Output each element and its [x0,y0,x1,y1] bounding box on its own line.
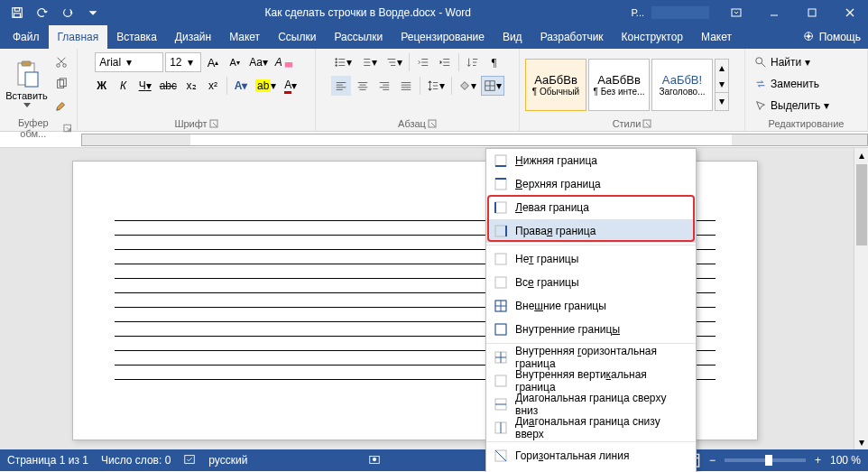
border-option[interactable]: Левая граница [486,196,696,219]
subscript-button[interactable]: x₂ [181,76,201,96]
cut-icon[interactable] [51,52,71,72]
change-case-icon[interactable]: Aa▾ [246,52,271,72]
paragraph-group-label: Абзац [398,118,426,129]
border-option-icon [494,449,508,463]
tab-layout[interactable]: Макет [220,25,269,49]
justify-icon[interactable] [396,76,416,96]
replace-button[interactable]: Заменить [751,74,823,94]
shading-icon[interactable]: ▾ [456,76,479,96]
tab-mailings[interactable]: Рассылки [325,25,392,49]
highlight-color-icon[interactable]: ab▾ [253,76,279,96]
border-option[interactable]: Горизонтальная линия [486,444,696,467]
underline-button[interactable]: Ч▾ [135,76,155,96]
border-option[interactable]: Правая граница [486,219,696,243]
border-option[interactable]: Внешние границы [486,294,696,318]
align-right-icon[interactable] [374,76,394,96]
undo-icon[interactable] [31,1,54,24]
multilevel-icon[interactable]: ▾ [382,52,405,72]
svg-rect-29 [495,254,506,264]
font-size-combo[interactable]: 12▾ [165,52,201,72]
tab-review[interactable]: Рецензирование [392,25,494,49]
tab-view[interactable]: Вид [494,25,531,49]
border-option[interactable]: Нарисовать таблицу [486,467,696,472]
border-option[interactable]: Внутренняя вертикальная граница [486,369,696,393]
status-page[interactable]: Страница 1 из 1 [7,454,88,467]
status-macros-icon[interactable] [368,453,381,468]
title-bar: Как сделать строчки в Ворде.docx - Word … [0,0,868,25]
paste-button[interactable]: Вставить [5,60,48,108]
strike-button[interactable]: abc [157,76,180,96]
ribbon-options-icon[interactable] [718,0,754,25]
border-option[interactable]: Диагональная граница снизу вверх [486,416,696,440]
align-center-icon[interactable] [353,76,373,96]
status-language[interactable]: русский [208,454,247,467]
maximize-icon[interactable] [794,0,830,25]
close-icon[interactable] [832,0,868,25]
status-words[interactable]: Число слов: 0 [101,454,171,467]
status-proofing-icon[interactable] [183,453,196,468]
border-option[interactable]: Все границы [486,271,696,294]
vertical-scrollbar[interactable]: ▴▾ [854,148,868,449]
border-option[interactable]: Диагональная граница сверху вниз [486,393,696,416]
border-option-label: Нижняя граница [515,154,597,167]
svg-rect-43 [185,455,195,463]
tab-insert[interactable]: Вставка [107,25,166,49]
svg-rect-1 [14,8,19,12]
minimize-icon[interactable] [756,0,792,25]
svg-point-11 [57,64,60,68]
borders-button[interactable]: ▾ [481,76,504,96]
bold-button[interactable]: Ж [92,76,112,96]
border-option[interactable]: Нижняя граница [486,149,696,172]
border-option-label: Нет границы [515,253,578,265]
text-effects-icon[interactable]: A▾ [231,76,251,96]
tab-file[interactable]: Файл [4,25,49,49]
increase-indent-icon[interactable] [435,52,455,72]
zoom-slider[interactable] [725,458,806,462]
svg-point-45 [374,458,377,461]
find-button[interactable]: Найти ▾ [751,52,814,72]
border-option[interactable]: Внутренние границы [486,318,696,341]
font-name-combo[interactable]: Arial▾ [95,52,163,72]
zoom-value[interactable]: 100 % [830,454,861,467]
border-option[interactable]: Верхняя граница [486,172,696,196]
tab-home[interactable]: Главная [49,25,108,49]
qat-customize-icon[interactable] [81,1,105,24]
bullets-icon[interactable]: ▾ [331,52,355,72]
tab-table-design[interactable]: Конструктор [613,25,692,49]
tab-references[interactable]: Ссылки [269,25,325,49]
show-marks-icon[interactable]: ¶ [485,52,504,72]
redo-icon[interactable] [56,1,79,24]
clear-formatting-icon[interactable]: A [272,52,298,72]
ruler[interactable] [0,132,868,148]
grow-font-icon[interactable]: A▴ [203,52,223,72]
clipboard-group-label: Буфер обм... [5,117,61,139]
svg-rect-27 [495,202,506,213]
account-hint[interactable]: Р... [626,1,650,24]
account-pill[interactable] [651,6,709,19]
format-painter-icon[interactable] [51,96,71,116]
copy-icon[interactable] [51,74,71,94]
border-option-icon [494,299,508,313]
superscript-button[interactable]: x² [203,76,223,96]
tab-table-layout[interactable]: Макет [692,25,741,49]
border-option[interactable]: Нет границы [486,247,696,271]
tab-design[interactable]: Дизайн [166,25,220,49]
decrease-indent-icon[interactable] [413,52,433,72]
select-button[interactable]: Выделить ▾ [751,96,833,116]
numbering-icon[interactable]: ▾ [356,52,380,72]
svg-point-12 [63,64,67,68]
tab-developer[interactable]: Разработчик [531,25,613,49]
align-left-icon[interactable] [331,76,351,96]
border-option[interactable]: Внутренняя горизонтальная граница [486,346,696,369]
font-color-icon[interactable]: A▾ [281,76,300,96]
tell-me[interactable]: Помощь [796,31,868,43]
svg-point-20 [335,65,337,67]
style-gallery-more[interactable]: ▴▾▾ [715,59,729,111]
line-spacing-icon[interactable]: ▾ [424,76,448,96]
shrink-font-icon[interactable]: A▾ [225,52,245,72]
style-gallery[interactable]: АаБбВв¶ Обычный АаБбВв¶ Без инте... АаБб… [525,59,729,111]
sort-icon[interactable] [463,52,483,72]
save-icon[interactable] [5,1,29,24]
svg-rect-28 [495,226,506,236]
italic-button[interactable]: К [114,76,134,96]
